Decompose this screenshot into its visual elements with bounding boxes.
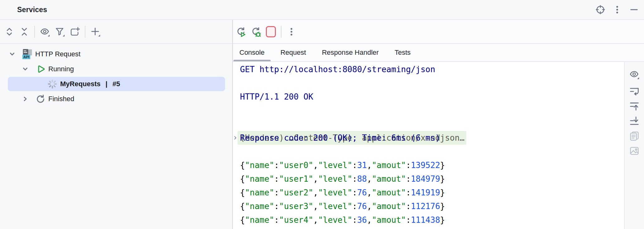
console-text-segment: :	[352, 215, 357, 225]
tree-item-separator: |	[106, 80, 108, 88]
console-line: {"name":"user2","level":76,"amout":14191…	[233, 186, 625, 199]
console-text-segment: }	[440, 202, 445, 211]
copy-text-icon[interactable]	[629, 131, 639, 141]
console-text-segment: :	[352, 202, 357, 211]
console-output: GET http://localhost:8080/streaming/json…	[233, 62, 625, 229]
scroll-to-top-icon[interactable]	[629, 101, 639, 111]
tab-console[interactable]: Console	[233, 44, 271, 61]
more-vertical-icon[interactable]	[612, 5, 622, 15]
console-text-segment: :	[274, 188, 279, 197]
header-actions	[595, 0, 639, 19]
running-play-icon	[35, 64, 46, 74]
tab-response-handler[interactable]: Response Handler	[315, 44, 385, 61]
console-text-segment: 76	[357, 202, 367, 211]
console-text-segment: "name"	[245, 202, 274, 211]
stop-icon[interactable]	[266, 27, 276, 37]
console-text-segment: Response code: 200 (OK); Time: 6ms (6 ms…	[240, 133, 440, 143]
toolbar-separator	[34, 26, 35, 38]
console-text-segment: 141919	[411, 188, 440, 197]
console-text-segment: ,	[367, 202, 372, 211]
expand-all-icon[interactable]	[4, 27, 14, 37]
console-text-segment: "level"	[318, 188, 352, 197]
tree-item-finished[interactable]: Finished	[0, 91, 232, 106]
toolbar-separator	[85, 26, 85, 38]
console-text-segment: ,	[313, 215, 318, 225]
more-vertical-icon[interactable]	[286, 27, 296, 37]
fold-chevron-icon[interactable]	[233, 107, 238, 114]
console-line-folded-headers: (Headers) …Content-Type: application/x-n…	[233, 104, 625, 117]
tree-item-run-number: #5	[113, 80, 120, 88]
console-text-segment: "level"	[318, 215, 352, 225]
locate-icon[interactable]	[595, 5, 605, 15]
tab-label: Console	[239, 49, 265, 57]
console-text-segment: }	[440, 174, 445, 184]
console-text-segment: ,	[367, 174, 372, 184]
console-text-segment: {	[240, 161, 245, 170]
console-text-segment: }	[440, 188, 445, 197]
console-text-segment: HTTP/1.1 200 OK	[240, 92, 313, 101]
run-console-panel: ConsoleRequestResponse HandlerTests GET …	[233, 20, 644, 229]
collapse-all-icon[interactable]	[19, 27, 29, 37]
console-text-segment: "user4"	[279, 215, 313, 225]
console-text-segment: ,	[367, 188, 372, 197]
console-text-segment: :	[406, 174, 411, 184]
console-text-segment: :	[406, 161, 411, 170]
tree-item-http-request[interactable]: API HTTP Request	[0, 47, 232, 62]
console-text-segment: ,	[367, 215, 372, 225]
console-text-segment: "name"	[245, 215, 274, 225]
finished-refresh-icon	[35, 94, 46, 104]
loading-spinner-icon	[47, 79, 58, 89]
console-line: Response code: 200 (OK); Time: 6ms (6 ms…	[233, 131, 625, 145]
console-text-segment: "amout"	[372, 188, 406, 197]
chevron-down-icon[interactable]	[7, 49, 17, 59]
console-text-segment: "level"	[318, 202, 352, 211]
console-line: {"name":"user1","level":88,"amout":18497…	[233, 172, 625, 186]
filter-icon[interactable]	[55, 27, 65, 37]
console-text-segment: "level"	[318, 174, 352, 184]
view-options-icon[interactable]	[40, 27, 50, 37]
rerun-debug-icon[interactable]	[251, 27, 261, 37]
tab-request[interactable]: Request	[274, 44, 313, 61]
console-tabs: ConsoleRequestResponse HandlerTests	[233, 44, 644, 62]
scroll-to-bottom-icon[interactable]	[629, 116, 639, 126]
toolbar-separator	[281, 26, 281, 38]
soft-wrap-icon[interactable]	[629, 86, 639, 96]
tree-item-running[interactable]: Running	[0, 62, 232, 77]
tab-tests[interactable]: Tests	[388, 44, 417, 61]
chevron-right-icon[interactable]	[20, 94, 30, 104]
console-text-segment: {	[240, 174, 245, 184]
console-text-segment: ,	[313, 188, 318, 197]
console-text-segment: "name"	[245, 161, 274, 170]
svg-text:API: API	[23, 55, 29, 59]
image-view-icon[interactable]	[629, 146, 639, 156]
console-text-segment: :	[406, 215, 411, 225]
console-text-segment: "name"	[245, 188, 274, 197]
console-text-segment: :	[406, 188, 411, 197]
open-in-new-tab-icon[interactable]	[70, 27, 80, 37]
console-text-segment: :	[274, 174, 279, 184]
chevron-down-icon[interactable]	[20, 64, 30, 74]
http-request-api-icon: API	[22, 49, 33, 59]
console-text-segment: "amout"	[372, 215, 406, 225]
add-service-icon[interactable]	[90, 27, 100, 37]
console-line: {"name":"user3","level":76,"amout":11217…	[233, 199, 625, 213]
tab-label: Request	[281, 49, 306, 57]
console-text-segment: "user0"	[279, 161, 313, 170]
view-options-icon[interactable]	[629, 69, 639, 79]
console-text-segment: {	[240, 215, 245, 225]
tree-selection[interactable]: MyRequests | #5	[8, 77, 225, 91]
console-text-segment: 139522	[411, 161, 440, 170]
hide-icon[interactable]	[629, 5, 639, 15]
console-text-segment: 184979	[411, 174, 440, 184]
console-text-segment: :	[352, 188, 357, 197]
console-text-segment: ,	[313, 161, 318, 170]
console-text-segment: :	[274, 202, 279, 211]
console-text-segment: 111438	[411, 215, 440, 225]
tree-item-myrequests[interactable]: MyRequests | #5	[0, 77, 232, 91]
console-text-segment: {	[240, 188, 245, 197]
console-text-segment: :	[406, 202, 411, 211]
console-text-segment: }	[440, 215, 445, 225]
console-text-segment: 88	[357, 174, 367, 184]
console-text-segment: 31	[357, 161, 367, 170]
rerun-icon[interactable]	[236, 27, 246, 37]
